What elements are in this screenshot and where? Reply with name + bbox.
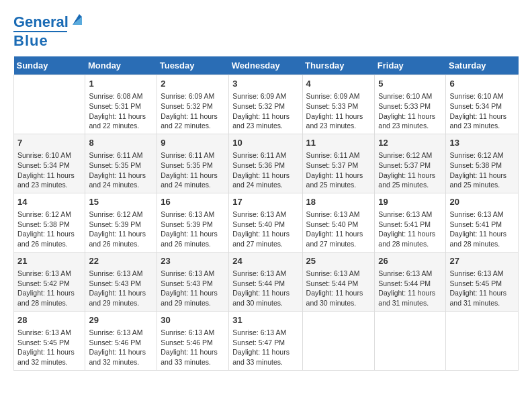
calendar-cell: 11Sunrise: 6:11 AM Sunset: 5:37 PM Dayli… bbox=[302, 134, 375, 193]
calendar-cell: 20Sunrise: 6:13 AM Sunset: 5:41 PM Dayli… bbox=[446, 193, 519, 252]
day-info: Sunrise: 6:13 AM Sunset: 5:47 PM Dayligh… bbox=[232, 328, 298, 367]
column-header-sunday: Sunday bbox=[14, 56, 85, 75]
day-number: 7 bbox=[17, 137, 81, 149]
calendar-cell: 15Sunrise: 6:12 AM Sunset: 5:39 PM Dayli… bbox=[85, 193, 157, 252]
day-info: Sunrise: 6:13 AM Sunset: 5:43 PM Dayligh… bbox=[161, 269, 225, 308]
day-info: Sunrise: 6:10 AM Sunset: 5:34 PM Dayligh… bbox=[17, 150, 81, 190]
calendar-cell bbox=[14, 75, 85, 134]
day-number: 14 bbox=[17, 196, 81, 208]
logo-blue-text: Blue bbox=[13, 32, 48, 49]
calendar-cell: 6Sunrise: 6:10 AM Sunset: 5:34 PM Daylig… bbox=[446, 75, 519, 134]
calendar-cell: 7Sunrise: 6:10 AM Sunset: 5:34 PM Daylig… bbox=[14, 134, 85, 193]
calendar-cell: 4Sunrise: 6:09 AM Sunset: 5:33 PM Daylig… bbox=[302, 75, 375, 134]
calendar-cell: 18Sunrise: 6:13 AM Sunset: 5:40 PM Dayli… bbox=[302, 193, 375, 252]
day-number: 29 bbox=[89, 314, 153, 326]
calendar-cell: 13Sunrise: 6:12 AM Sunset: 5:38 PM Dayli… bbox=[446, 134, 519, 193]
day-info: Sunrise: 6:13 AM Sunset: 5:41 PM Dayligh… bbox=[449, 210, 515, 249]
calendar-cell: 22Sunrise: 6:13 AM Sunset: 5:43 PM Dayli… bbox=[85, 252, 157, 311]
calendar-cell: 19Sunrise: 6:13 AM Sunset: 5:41 PM Dayli… bbox=[375, 193, 446, 252]
day-number: 24 bbox=[232, 255, 298, 267]
day-info: Sunrise: 6:13 AM Sunset: 5:44 PM Dayligh… bbox=[378, 269, 442, 308]
day-info: Sunrise: 6:10 AM Sunset: 5:33 PM Dayligh… bbox=[378, 91, 442, 131]
day-info: Sunrise: 6:13 AM Sunset: 5:44 PM Dayligh… bbox=[306, 269, 371, 308]
calendar-cell: 16Sunrise: 6:13 AM Sunset: 5:39 PM Dayli… bbox=[157, 193, 229, 252]
day-info: Sunrise: 6:13 AM Sunset: 5:46 PM Dayligh… bbox=[89, 328, 153, 367]
calendar-cell bbox=[446, 311, 519, 370]
page-header: General Blue bbox=[13, 13, 519, 50]
day-info: Sunrise: 6:13 AM Sunset: 5:46 PM Dayligh… bbox=[161, 328, 225, 367]
day-info: Sunrise: 6:11 AM Sunset: 5:35 PM Dayligh… bbox=[89, 150, 153, 190]
calendar-week-row: 28Sunrise: 6:13 AM Sunset: 5:45 PM Dayli… bbox=[14, 311, 519, 370]
calendar-cell bbox=[375, 311, 446, 370]
day-number: 9 bbox=[161, 137, 225, 149]
calendar-week-row: 21Sunrise: 6:13 AM Sunset: 5:42 PM Dayli… bbox=[14, 252, 519, 311]
day-number: 23 bbox=[161, 255, 225, 267]
day-info: Sunrise: 6:11 AM Sunset: 5:37 PM Dayligh… bbox=[306, 150, 371, 190]
day-number: 31 bbox=[232, 314, 298, 326]
column-header-wednesday: Wednesday bbox=[229, 56, 302, 75]
day-info: Sunrise: 6:11 AM Sunset: 5:36 PM Dayligh… bbox=[232, 150, 298, 190]
day-info: Sunrise: 6:09 AM Sunset: 5:32 PM Dayligh… bbox=[161, 91, 225, 131]
calendar-cell: 28Sunrise: 6:13 AM Sunset: 5:45 PM Dayli… bbox=[14, 311, 85, 370]
day-number: 17 bbox=[232, 196, 298, 208]
column-header-friday: Friday bbox=[375, 56, 446, 75]
day-info: Sunrise: 6:13 AM Sunset: 5:40 PM Dayligh… bbox=[306, 210, 371, 249]
calendar-cell: 31Sunrise: 6:13 AM Sunset: 5:47 PM Dayli… bbox=[229, 311, 302, 370]
day-info: Sunrise: 6:13 AM Sunset: 5:43 PM Dayligh… bbox=[89, 269, 153, 308]
calendar-week-row: 7Sunrise: 6:10 AM Sunset: 5:34 PM Daylig… bbox=[14, 134, 519, 193]
day-number: 18 bbox=[306, 196, 371, 208]
column-header-saturday: Saturday bbox=[446, 56, 519, 75]
day-number: 27 bbox=[449, 255, 515, 267]
day-info: Sunrise: 6:13 AM Sunset: 5:45 PM Dayligh… bbox=[449, 269, 515, 308]
day-info: Sunrise: 6:13 AM Sunset: 5:42 PM Dayligh… bbox=[17, 269, 81, 308]
calendar-cell: 27Sunrise: 6:13 AM Sunset: 5:45 PM Dayli… bbox=[446, 252, 519, 311]
day-number: 10 bbox=[232, 137, 298, 149]
day-info: Sunrise: 6:08 AM Sunset: 5:31 PM Dayligh… bbox=[89, 91, 153, 131]
calendar-cell bbox=[302, 311, 375, 370]
day-info: Sunrise: 6:13 AM Sunset: 5:40 PM Dayligh… bbox=[232, 210, 298, 249]
calendar-cell: 3Sunrise: 6:09 AM Sunset: 5:32 PM Daylig… bbox=[229, 75, 302, 134]
calendar-cell: 26Sunrise: 6:13 AM Sunset: 5:44 PM Dayli… bbox=[375, 252, 446, 311]
logo-text: General bbox=[13, 13, 69, 31]
day-info: Sunrise: 6:09 AM Sunset: 5:32 PM Dayligh… bbox=[232, 91, 298, 131]
calendar-cell: 21Sunrise: 6:13 AM Sunset: 5:42 PM Dayli… bbox=[14, 252, 85, 311]
day-number: 1 bbox=[89, 78, 153, 90]
calendar-cell: 8Sunrise: 6:11 AM Sunset: 5:35 PM Daylig… bbox=[85, 134, 157, 193]
calendar-cell: 9Sunrise: 6:11 AM Sunset: 5:35 PM Daylig… bbox=[157, 134, 229, 193]
calendar-cell: 14Sunrise: 6:12 AM Sunset: 5:38 PM Dayli… bbox=[14, 193, 85, 252]
day-number: 15 bbox=[89, 196, 153, 208]
calendar-header-row: SundayMondayTuesdayWednesdayThursdayFrid… bbox=[14, 56, 519, 75]
day-info: Sunrise: 6:09 AM Sunset: 5:33 PM Dayligh… bbox=[306, 91, 371, 131]
logo: General Blue bbox=[13, 13, 85, 50]
day-number: 25 bbox=[306, 255, 371, 267]
day-number: 3 bbox=[232, 78, 298, 90]
calendar-cell: 1Sunrise: 6:08 AM Sunset: 5:31 PM Daylig… bbox=[85, 75, 157, 134]
day-number: 5 bbox=[378, 78, 442, 90]
day-number: 30 bbox=[161, 314, 225, 326]
day-number: 13 bbox=[449, 137, 515, 149]
day-number: 26 bbox=[378, 255, 442, 267]
day-number: 4 bbox=[306, 78, 371, 90]
day-info: Sunrise: 6:12 AM Sunset: 5:38 PM Dayligh… bbox=[449, 150, 515, 190]
calendar-week-row: 1Sunrise: 6:08 AM Sunset: 5:31 PM Daylig… bbox=[14, 75, 519, 134]
day-info: Sunrise: 6:12 AM Sunset: 5:39 PM Dayligh… bbox=[89, 210, 153, 249]
day-number: 22 bbox=[89, 255, 153, 267]
day-info: Sunrise: 6:13 AM Sunset: 5:44 PM Dayligh… bbox=[232, 269, 298, 308]
day-info: Sunrise: 6:11 AM Sunset: 5:35 PM Dayligh… bbox=[161, 150, 225, 190]
day-info: Sunrise: 6:13 AM Sunset: 5:41 PM Dayligh… bbox=[378, 210, 442, 249]
column-header-tuesday: Tuesday bbox=[157, 56, 229, 75]
day-info: Sunrise: 6:13 AM Sunset: 5:39 PM Dayligh… bbox=[161, 210, 225, 249]
calendar-cell: 29Sunrise: 6:13 AM Sunset: 5:46 PM Dayli… bbox=[85, 311, 157, 370]
day-number: 28 bbox=[17, 314, 81, 326]
calendar-week-row: 14Sunrise: 6:12 AM Sunset: 5:38 PM Dayli… bbox=[14, 193, 519, 252]
calendar-cell: 2Sunrise: 6:09 AM Sunset: 5:32 PM Daylig… bbox=[157, 75, 229, 134]
calendar-cell: 5Sunrise: 6:10 AM Sunset: 5:33 PM Daylig… bbox=[375, 75, 446, 134]
day-number: 20 bbox=[449, 196, 515, 208]
calendar-cell: 24Sunrise: 6:13 AM Sunset: 5:44 PM Dayli… bbox=[229, 252, 302, 311]
day-number: 19 bbox=[378, 196, 442, 208]
calendar-cell: 17Sunrise: 6:13 AM Sunset: 5:40 PM Dayli… bbox=[229, 193, 302, 252]
calendar-cell: 23Sunrise: 6:13 AM Sunset: 5:43 PM Dayli… bbox=[157, 252, 229, 311]
calendar-table: SundayMondayTuesdayWednesdayThursdayFrid… bbox=[13, 56, 519, 371]
calendar-cell: 25Sunrise: 6:13 AM Sunset: 5:44 PM Dayli… bbox=[302, 252, 375, 311]
day-number: 21 bbox=[17, 255, 81, 267]
